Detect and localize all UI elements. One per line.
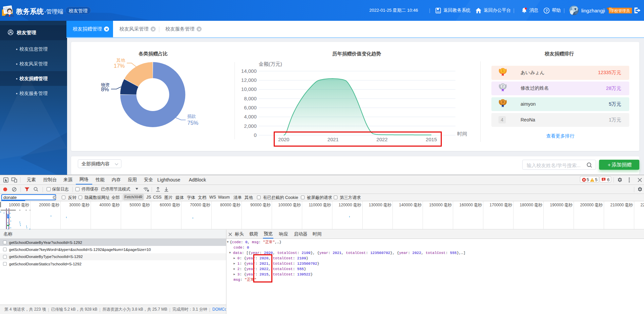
svg-text:14,000: 14,000: [241, 68, 257, 74]
svg-text:10,000: 10,000: [241, 86, 257, 92]
svg-text:学校管理员: 学校管理员: [610, 9, 630, 13]
svg-text:0: 0: [254, 132, 257, 138]
svg-text:2,000: 2,000: [244, 123, 257, 129]
svg-text:金额(万元): 金额(万元): [259, 61, 282, 67]
svg-text:6,000: 6,000: [244, 105, 257, 110]
svg-text:17%: 17%: [114, 63, 125, 69]
svg-text:?: ?: [545, 8, 548, 12]
svg-text:3: 3: [502, 100, 504, 104]
svg-text:4,000: 4,000: [244, 114, 257, 119]
svg-text:8%: 8%: [101, 86, 109, 92]
svg-text:其他: 其他: [116, 58, 125, 63]
svg-text:2: 2: [502, 84, 504, 88]
svg-text:1: 1: [502, 69, 504, 73]
svg-text:捐款: 捐款: [187, 114, 196, 119]
svg-text:12,000: 12,000: [241, 77, 257, 83]
svg-text:75%: 75%: [187, 120, 199, 126]
svg-text:8,000: 8,000: [244, 96, 257, 101]
svg-text:时间: 时间: [457, 131, 467, 137]
